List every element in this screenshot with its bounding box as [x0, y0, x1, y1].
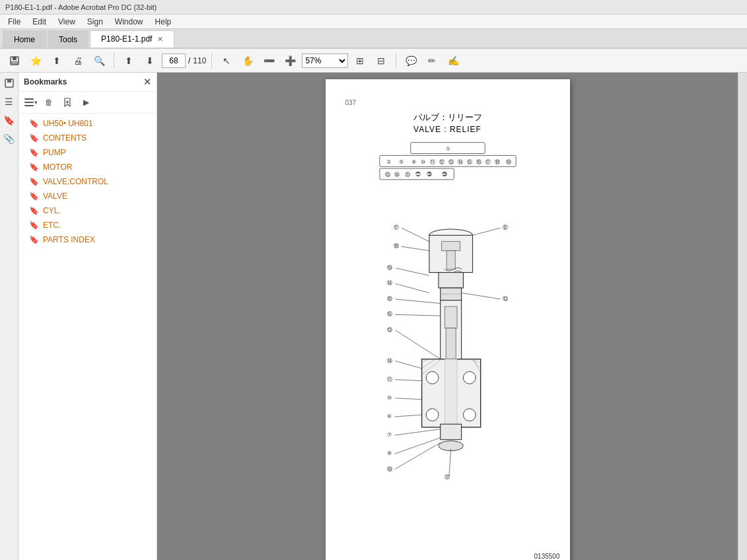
- menu-window[interactable]: Window: [110, 16, 149, 28]
- pdf-area[interactable]: ◀ 037 バルブ：リリーフ VALVE : RELIEF ① ②: [157, 73, 738, 560]
- tab-bar: Home Tools P180-E1-1.pdf ✕: [0, 29, 747, 49]
- valve-technical-drawing: ① ② ⑤ ⑨ ⑩ ⑪ ⑫ ⑬ ⑭ ⑮ ⑯ ⑰ ⑱ ⑲: [349, 139, 547, 486]
- menu-sign[interactable]: Sign: [82, 16, 108, 28]
- svg-text:⑫: ⑫: [502, 224, 507, 230]
- save-button[interactable]: [5, 52, 24, 70]
- svg-rect-56: [440, 424, 461, 439]
- pdf-page: 037 バルブ：リリーフ VALVE : RELIEF ① ② ⑤ ⑨ ⑩ ⑪: [326, 79, 570, 560]
- svg-text:⑯: ⑯: [387, 295, 392, 302]
- svg-text:①: ①: [445, 145, 450, 152]
- svg-text:㉘: ㉘: [426, 172, 431, 178]
- panel-new-bookmark-button[interactable]: [59, 94, 75, 110]
- bookmark-item-8[interactable]: 🔖 PARTS INDEX: [18, 232, 157, 247]
- tab-close-icon[interactable]: ✕: [157, 35, 163, 44]
- svg-text:⑬: ⑬: [448, 159, 453, 165]
- svg-text:⑨: ⑨: [411, 159, 415, 165]
- menu-help[interactable]: Help: [150, 16, 177, 28]
- page-number-input[interactable]: [162, 53, 186, 68]
- bookmark-item-4[interactable]: 🔖 VALVE;CONTROL: [18, 174, 157, 189]
- svg-line-67: [395, 299, 440, 304]
- bookmark-item-1[interactable]: 🔖 CONTENTS: [18, 131, 157, 145]
- right-scrollbar[interactable]: [738, 73, 747, 560]
- panel-title: Bookmarks: [24, 77, 67, 87]
- panel-toolbar: ▾ 🗑 ▶: [18, 92, 157, 114]
- bookmark-item-7[interactable]: 🔖 ETC.: [18, 218, 157, 232]
- sidebar-icon-bookmarks[interactable]: 🔖: [1, 112, 17, 128]
- menu-file[interactable]: File: [3, 16, 26, 28]
- menu-edit[interactable]: Edit: [27, 16, 52, 28]
- svg-rect-44: [445, 359, 457, 427]
- zoom-in-button[interactable]: ➕: [281, 52, 299, 70]
- sidebar-icon-save[interactable]: [1, 75, 17, 91]
- svg-rect-2: [11, 61, 18, 64]
- bookmark-star-button[interactable]: ⭐: [26, 52, 45, 70]
- svg-text:⑪: ⑪: [387, 376, 392, 382]
- bookmark-icon-0: 🔖: [29, 119, 39, 128]
- svg-text:⑲: ⑲: [387, 466, 392, 472]
- svg-text:②: ②: [386, 159, 391, 165]
- svg-line-79: [394, 415, 421, 417]
- separator-1: [114, 53, 114, 69]
- next-page-button[interactable]: ⬇: [141, 52, 159, 70]
- bookmark-icon-7: 🔖: [29, 221, 39, 230]
- svg-text:⑱: ⑱: [393, 242, 398, 249]
- bookmark-item-0[interactable]: 🔖 UH50• UH801: [18, 116, 157, 131]
- svg-line-71: [395, 330, 440, 359]
- page-total: 110: [193, 56, 206, 65]
- zoom-out-button[interactable]: ➖: [260, 52, 278, 70]
- svg-text:㉙: ㉙: [442, 172, 447, 178]
- panel-menu-button[interactable]: ▾: [22, 94, 38, 110]
- highlight-button[interactable]: ✏: [423, 52, 441, 70]
- svg-text:⑯: ⑯: [476, 159, 481, 165]
- print-button[interactable]: 🖨: [69, 52, 87, 70]
- fit-width-button[interactable]: ⊟: [372, 52, 390, 70]
- prev-page-button[interactable]: ⬆: [120, 52, 138, 70]
- panel-delete-button[interactable]: 🗑: [41, 94, 57, 110]
- menu-view[interactable]: View: [53, 16, 81, 28]
- svg-rect-4: [7, 79, 11, 83]
- fit-page-button[interactable]: ⊞: [351, 52, 369, 70]
- svg-text:⑳: ⑳: [405, 172, 410, 178]
- tab-tools[interactable]: Tools: [48, 30, 89, 48]
- svg-text:⑩: ⑩: [421, 159, 425, 165]
- hand-tool-button[interactable]: ✋: [238, 52, 257, 70]
- svg-rect-41: [445, 306, 457, 328]
- svg-text:⑬: ⑬: [385, 172, 390, 178]
- svg-line-77: [395, 398, 421, 400]
- search-button[interactable]: 🔍: [90, 52, 108, 70]
- bookmark-item-3[interactable]: 🔖 MOTOR: [18, 160, 157, 174]
- svg-line-65: [395, 283, 429, 293]
- bookmark-item-2[interactable]: 🔖 PUMP: [18, 145, 157, 160]
- svg-text:⑲: ⑲: [387, 264, 392, 271]
- svg-text:⑰: ⑰: [485, 159, 490, 165]
- sign-button[interactable]: ✍: [444, 52, 462, 70]
- svg-rect-37: [438, 273, 463, 288]
- svg-text:⑮: ⑮: [466, 159, 472, 165]
- svg-rect-42: [446, 328, 456, 359]
- title-bar: P180-E1-1.pdf - Adobe Acrobat Pro DC (32…: [0, 0, 747, 15]
- toolbar: ⭐ ⬆ 🖨 🔍 ⬆ ⬇ / 110 ↖ ✋ ➖ ➕ 57% 75% 100% 1…: [0, 49, 747, 73]
- svg-line-91: [448, 449, 450, 476]
- bookmark-icon-2: 🔖: [29, 148, 39, 157]
- svg-text:⑱: ⑱: [495, 159, 500, 165]
- cursor-tool-button[interactable]: ↖: [217, 52, 236, 70]
- bookmark-item-6[interactable]: 🔖 CYL.: [18, 203, 157, 218]
- svg-rect-35: [441, 242, 460, 251]
- svg-rect-6: [24, 102, 34, 103]
- zoom-select[interactable]: 57% 75% 100% 125% 150%: [302, 53, 348, 68]
- svg-rect-1: [13, 57, 17, 60]
- upload-button[interactable]: ⬆: [48, 52, 66, 70]
- svg-line-61: [401, 246, 429, 251]
- svg-line-87: [472, 228, 500, 235]
- comment-button[interactable]: 💬: [402, 52, 420, 70]
- tab-pdf[interactable]: P180-E1-1.pdf ✕: [90, 30, 174, 48]
- panel-header: Bookmarks ✕: [18, 73, 157, 92]
- title-text: P180-E1-1.pdf - Adobe Acrobat Pro DC (32…: [5, 3, 157, 11]
- sidebar-icon-layers[interactable]: ☰: [1, 94, 17, 110]
- svg-line-69: [395, 314, 440, 316]
- bookmark-item-5[interactable]: 🔖 VALVE: [18, 189, 157, 203]
- sidebar-icon-attachments[interactable]: 📎: [1, 131, 17, 147]
- panel-close-icon[interactable]: ✕: [143, 77, 151, 87]
- panel-expand-button[interactable]: ▶: [78, 94, 94, 110]
- tab-home[interactable]: Home: [3, 30, 46, 48]
